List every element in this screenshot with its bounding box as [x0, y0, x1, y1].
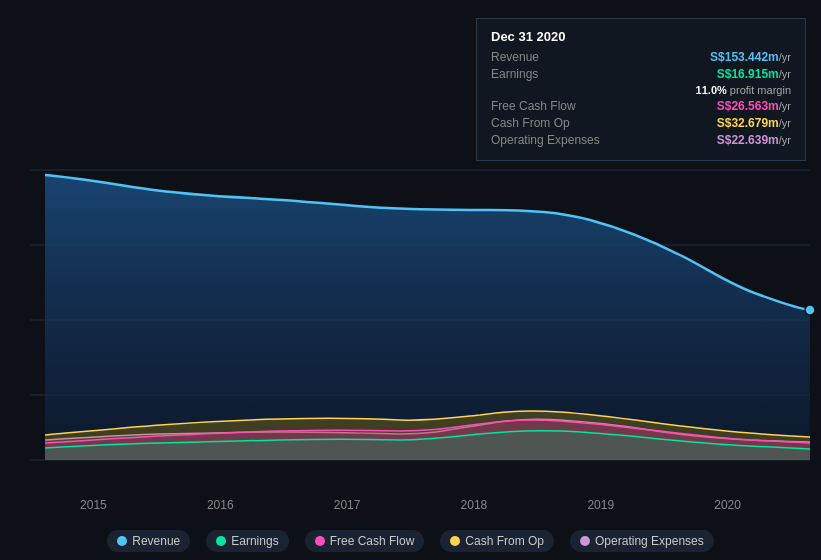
tooltip-fcf-value: S$26.563m/yr — [717, 99, 791, 113]
tooltip-earnings-row: Earnings S$16.915m/yr — [491, 67, 791, 81]
tooltip-revenue-row: Revenue S$153.442m/yr — [491, 50, 791, 64]
legend-label-earnings: Earnings — [231, 534, 278, 548]
tooltip-cfo-value: S$32.679m/yr — [717, 116, 791, 130]
tooltip-margin: 11.0% profit margin — [491, 84, 791, 96]
tooltip-opex-value: S$22.639m/yr — [717, 133, 791, 147]
legend-dot-fcf — [315, 536, 325, 546]
legend-label-revenue: Revenue — [132, 534, 180, 548]
tooltip-revenue-label: Revenue — [491, 50, 611, 64]
tooltip-opex-label: Operating Expenses — [491, 133, 611, 147]
x-label-2017: 2017 — [334, 498, 361, 512]
tooltip-cfo-label: Cash From Op — [491, 116, 611, 130]
legend-item-fcf[interactable]: Free Cash Flow — [305, 530, 425, 552]
legend-label-fcf: Free Cash Flow — [330, 534, 415, 548]
tooltip-opex-row: Operating Expenses S$22.639m/yr — [491, 133, 791, 147]
legend-item-cfo[interactable]: Cash From Op — [440, 530, 554, 552]
tooltip-fcf-row: Free Cash Flow S$26.563m/yr — [491, 99, 791, 113]
x-label-2020: 2020 — [714, 498, 741, 512]
x-label-2018: 2018 — [461, 498, 488, 512]
legend-label-opex: Operating Expenses — [595, 534, 704, 548]
tooltip-cfo-row: Cash From Op S$32.679m/yr — [491, 116, 791, 130]
svg-point-6 — [805, 305, 815, 315]
legend-item-revenue[interactable]: Revenue — [107, 530, 190, 552]
tooltip-earnings-value: S$16.915m/yr — [717, 67, 791, 81]
legend-dot-revenue — [117, 536, 127, 546]
x-label-2015: 2015 — [80, 498, 107, 512]
legend-dot-cfo — [450, 536, 460, 546]
tooltip-panel: Dec 31 2020 Revenue S$153.442m/yr Earnin… — [476, 18, 806, 161]
legend-dot-opex — [580, 536, 590, 546]
tooltip-earnings-label: Earnings — [491, 67, 611, 81]
tooltip-revenue-value: S$153.442m/yr — [710, 50, 791, 64]
chart-legend: Revenue Earnings Free Cash Flow Cash Fro… — [0, 530, 821, 552]
tooltip-date: Dec 31 2020 — [491, 29, 791, 44]
legend-item-opex[interactable]: Operating Expenses — [570, 530, 714, 552]
legend-dot-earnings — [216, 536, 226, 546]
x-axis: 2015 2016 2017 2018 2019 2020 — [0, 498, 821, 512]
x-label-2016: 2016 — [207, 498, 234, 512]
legend-label-cfo: Cash From Op — [465, 534, 544, 548]
x-label-2019: 2019 — [587, 498, 614, 512]
tooltip-fcf-label: Free Cash Flow — [491, 99, 611, 113]
legend-item-earnings[interactable]: Earnings — [206, 530, 288, 552]
